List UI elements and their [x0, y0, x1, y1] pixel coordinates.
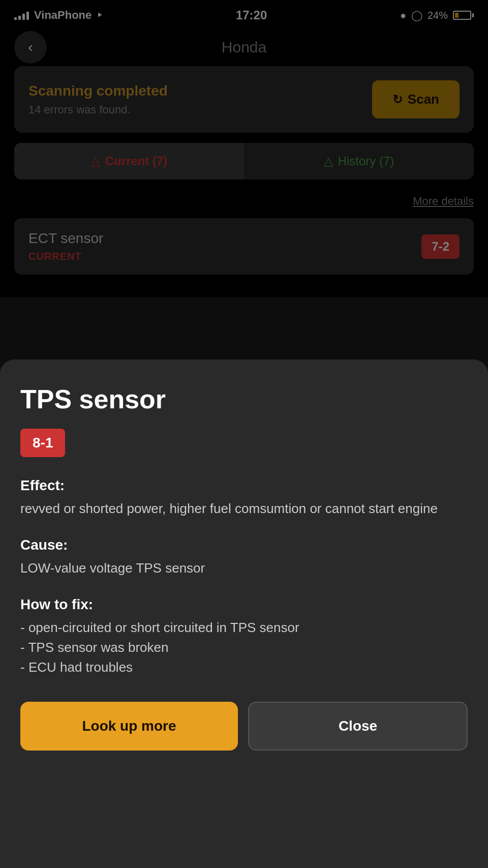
sheet-effect-section: Effect: revved or shorted power, higher … — [20, 477, 468, 519]
sheet-fix-section: How to fix: - open-circuited or short ci… — [20, 596, 468, 677]
sheet-cause-label: Cause: — [20, 537, 468, 553]
close-button[interactable]: Close — [248, 702, 468, 751]
sheet-cause-section: Cause: LOW-value voltage TPS sensor — [20, 537, 468, 578]
sheet-sensor-title: TPS sensor — [20, 384, 468, 414]
sheet-cause-text: LOW-value voltage TPS sensor — [20, 558, 468, 578]
bottom-sheet: TPS sensor 8-1 Effect: revved or shorted… — [0, 360, 488, 868]
sheet-effect-label: Effect: — [20, 477, 468, 494]
lookup-button[interactable]: Look up more — [20, 702, 238, 751]
sheet-fix-text: - open-circuited or short circuited in T… — [20, 618, 468, 677]
sheet-code-badge: 8-1 — [20, 429, 65, 457]
sheet-effect-text: revved or shorted power, higher fuel com… — [20, 499, 468, 519]
sheet-buttons: Look up more Close — [20, 702, 468, 751]
sheet-fix-label: How to fix: — [20, 596, 468, 613]
